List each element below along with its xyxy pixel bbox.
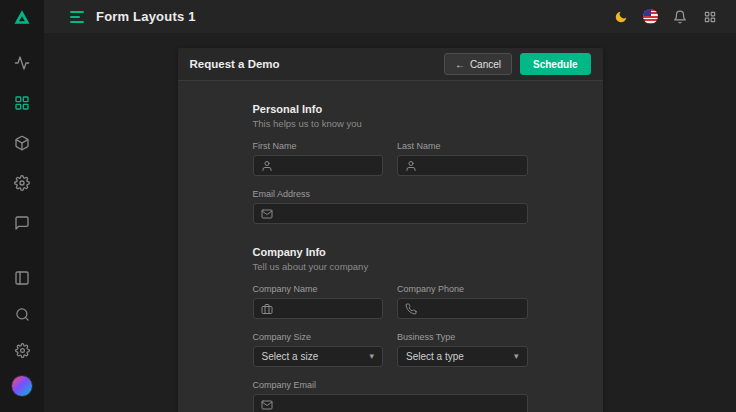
bell-icon [673,10,687,24]
activity-icon [14,55,30,71]
last-name-label: Last Name [397,141,528,151]
sidebar-bottom-menu [0,260,44,412]
app-window: Form Layouts 1 Request a Demo [0,0,736,412]
email-input-box [253,203,528,224]
gear-icon [14,175,30,191]
company-name-input-box [253,298,384,319]
menu-toggle-icon[interactable] [70,11,84,23]
email-input[interactable] [279,204,520,223]
notifications-button[interactable] [672,9,688,25]
grid-menu-icon [703,10,717,24]
first-name-input-box [253,155,384,176]
content-area: Request a Demo ← Cancel Schedule [44,33,736,412]
sidebar-item-profile[interactable] [0,368,44,404]
sidebar-menu [0,33,44,243]
company-name-input[interactable] [279,299,376,318]
section-subheading: Tell us about your company [253,261,528,272]
email-label: Email Address [253,189,528,199]
sidebar-item-search[interactable] [0,296,44,332]
sidebar-item-messages[interactable] [0,203,44,243]
company-email-input[interactable] [279,395,520,412]
phone-icon [405,303,417,315]
logo-triangle-icon [12,7,32,27]
card-body: Personal Info This helps us to know you … [178,81,603,412]
envelope-icon [261,399,273,411]
first-name-field: First Name [253,141,384,176]
company-size-label: Company Size [253,332,384,342]
card-actions: ← Cancel Schedule [444,53,591,75]
first-name-input[interactable] [279,156,376,175]
person-icon [405,160,417,172]
topbar: Form Layouts 1 [44,0,736,33]
company-size-select[interactable]: Select a size ▾ [253,346,384,367]
language-selector[interactable] [643,9,658,24]
email-field: Email Address [253,189,528,224]
cube-icon [14,135,30,151]
moon-icon [614,10,628,24]
topbar-actions [613,9,718,25]
company-info-section: Company Info Tell us about your company … [253,246,528,412]
avatar[interactable] [11,375,33,397]
theme-toggle[interactable] [613,9,629,25]
personal-info-section: Personal Info This helps us to know you … [253,103,528,224]
company-size-value: Select a size [262,351,319,362]
company-phone-input[interactable] [423,299,520,318]
card-header: Request a Demo ← Cancel Schedule [178,48,603,81]
name-row: First Name Last Name [253,141,528,176]
chevron-down-icon: ▾ [369,352,374,361]
company-name-label: Company Name [253,284,384,294]
section-heading: Company Info [253,246,528,258]
envelope-icon [261,208,273,220]
layout-icon [14,270,30,286]
sidebar-item-activity[interactable] [0,43,44,83]
company-email-input-box [253,394,528,412]
sidebar-item-panels[interactable] [0,260,44,296]
company-size-field: Company Size Select a size ▾ [253,332,384,367]
settings-icon [15,343,30,358]
last-name-input[interactable] [423,156,520,175]
company-phone-label: Company Phone [397,284,528,294]
company-name-field: Company Name [253,284,384,319]
business-type-value: Select a type [406,351,464,362]
sidebar-item-components[interactable] [0,123,44,163]
chevron-down-icon: ▾ [514,352,519,361]
apps-menu-button[interactable] [702,9,718,25]
cancel-button[interactable]: ← Cancel [444,53,512,75]
grid-icon [14,95,30,111]
search-icon [15,307,30,322]
first-name-label: First Name [253,141,384,151]
briefcase-icon [261,303,273,315]
sidebar-item-settings[interactable] [0,332,44,368]
business-type-label: Business Type [397,332,528,342]
section-heading: Personal Info [253,103,528,115]
chat-icon [14,215,30,231]
company-row-2: Company Size Select a size ▾ Business Ty… [253,332,528,367]
company-email-field: Company Email [253,380,528,412]
last-name-field: Last Name [397,141,528,176]
schedule-button[interactable]: Schedule [520,53,590,75]
company-row-1: Company Name Company Phone [253,284,528,319]
section-subheading: This helps us to know you [253,118,528,129]
back-arrow-icon: ← [455,59,465,70]
cancel-button-label: Cancel [470,59,501,70]
main-column: Form Layouts 1 Request a Demo [44,0,736,412]
company-email-label: Company Email [253,380,528,390]
request-demo-card: Request a Demo ← Cancel Schedule [178,48,603,412]
last-name-input-box [397,155,528,176]
sidebar-item-utilities[interactable] [0,163,44,203]
schedule-button-label: Schedule [533,59,577,70]
card-title: Request a Demo [190,58,280,70]
app-logo[interactable] [0,0,44,33]
business-type-field: Business Type Select a type ▾ [397,332,528,367]
sidebar [0,0,44,412]
page-title: Form Layouts 1 [96,9,196,24]
business-type-select[interactable]: Select a type ▾ [397,346,528,367]
company-phone-input-box [397,298,528,319]
sidebar-item-layout[interactable] [0,83,44,123]
person-icon [261,160,273,172]
company-phone-field: Company Phone [397,284,528,319]
